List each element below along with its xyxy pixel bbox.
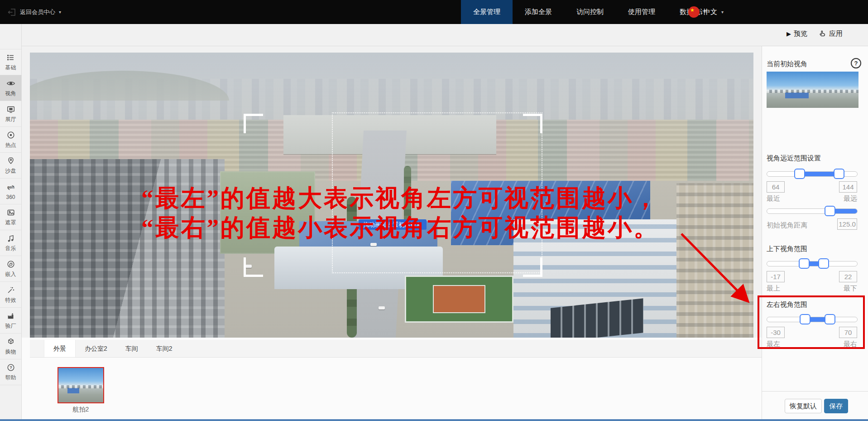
- horizontal-section-title: 左右视角范围: [767, 300, 807, 309]
- view-settings-panel: 当前初始视角 ? 视角远近范围设置 最近 最远 初始视角距离 上下视角范围: [762, 46, 868, 419]
- preview-label: 预览: [794, 29, 807, 38]
- sidebar-item-label: 换物: [5, 348, 16, 356]
- question-icon: ?: [6, 363, 15, 373]
- play-icon: ▶: [786, 30, 791, 37]
- china-flag-icon: ★: [688, 6, 700, 18]
- panorama-editor: 返回会员中心 ▾ 全景管理 添加全景 访问控制 使用管理 数据统计 ★ 中文 ▾…: [0, 0, 868, 421]
- scene-thumbnail-label: 航拍2: [58, 406, 104, 414]
- fov-range-slider[interactable]: [767, 171, 858, 177]
- scene-thumbnail-selected[interactable]: [58, 367, 104, 403]
- sidebar-item-label: 验厂: [5, 322, 16, 330]
- topbar: 返回会员中心 ▾ 全景管理 添加全景 访问控制 使用管理 数据统计 ★ 中文 ▾: [0, 0, 868, 24]
- current-view-image: [767, 72, 858, 108]
- back-label: 返回会员中心: [20, 8, 55, 16]
- slider-handle-max[interactable]: [818, 258, 829, 269]
- vertical-min-label: 最上: [767, 284, 780, 293]
- menu-item-access-control[interactable]: 访问控制: [564, 0, 616, 24]
- fov-max-input[interactable]: [839, 181, 857, 193]
- chevron-down-icon: ▾: [721, 10, 724, 15]
- fov-min-input[interactable]: [767, 181, 785, 193]
- sidebar-item-factory[interactable]: 验厂: [0, 308, 21, 334]
- horizontal-max-label: 最右: [844, 340, 857, 348]
- sidebar-item-embed[interactable]: 嵌入: [0, 256, 21, 282]
- slider-handle-min[interactable]: [799, 258, 810, 269]
- vertical-max-label: 最下: [844, 284, 857, 293]
- horizontal-min-input[interactable]: [767, 327, 785, 338]
- screen-icon: [6, 104, 15, 114]
- sidebar-item-hall[interactable]: 展厅: [0, 101, 21, 127]
- hand-pointer-icon: [818, 29, 826, 39]
- fov-max-label: 最远: [844, 194, 857, 203]
- vertical-range-slider[interactable]: [767, 261, 858, 266]
- fov-min-label: 最近: [767, 194, 780, 203]
- sidebar-item-effects[interactable]: 特效: [0, 282, 21, 308]
- wand-icon: [6, 285, 15, 295]
- sidebar-item-label: 基础: [5, 64, 16, 72]
- sidebar-item-label: 展厅: [5, 116, 16, 123]
- save-button[interactable]: 保存: [824, 399, 848, 413]
- help-icon[interactable]: ?: [851, 58, 861, 68]
- horizontal-range-slider[interactable]: [767, 317, 858, 322]
- initial-distance-slider[interactable]: [767, 208, 858, 214]
- sidebar-item-label: 沙盘: [5, 167, 16, 175]
- spiral-icon: [6, 259, 15, 269]
- tab-workshop[interactable]: 车间: [116, 340, 147, 357]
- slider-handle-max[interactable]: [825, 314, 835, 324]
- back-to-member-center[interactable]: 返回会员中心 ▾: [7, 0, 61, 24]
- music-icon: [6, 233, 15, 243]
- annotation-text-line2: “最右”的值越小表示视角右方可视范围越小。: [141, 216, 659, 240]
- panorama-canvas[interactable]: 拖动画面设置初始视角 “最左”的值越大表示视角左方可视范围越小， “最右”的值越…: [30, 53, 753, 338]
- rotate-360-icon: 360°: [6, 183, 15, 193]
- main-menu: 全景管理 添加全景 访问控制 使用管理 数据统计: [461, 0, 719, 24]
- slider-handle-min[interactable]: [794, 169, 805, 179]
- horizontal-max-input[interactable]: [839, 327, 857, 338]
- language-selector[interactable]: ★ 中文 ▾: [688, 0, 724, 24]
- preview-button[interactable]: ▶ 预览: [786, 29, 807, 38]
- panel-title: 当前初始视角: [767, 60, 807, 68]
- language-label: 中文: [704, 8, 717, 16]
- sidebar-item-hotspot[interactable]: 热点: [0, 127, 21, 153]
- sidebar-item-label: 帮助: [5, 374, 16, 382]
- slider-handle-min[interactable]: [800, 314, 810, 324]
- sidebar-item-view-angle[interactable]: 视角: [0, 75, 21, 101]
- slider-handle[interactable]: [825, 206, 835, 216]
- vertical-min-input[interactable]: [767, 271, 785, 282]
- sidebar-item-label: 热点: [5, 141, 16, 149]
- svg-text:?: ?: [10, 365, 12, 370]
- restore-default-button[interactable]: 恢复默认: [785, 399, 822, 413]
- slider-handle-max[interactable]: [834, 169, 844, 179]
- sidebar-item-sandbox[interactable]: 沙盘: [0, 153, 21, 179]
- scene-strip: 外景 办公室2 车间 车间2 航拍2: [22, 338, 762, 419]
- thumbnail-image: [58, 368, 103, 402]
- sidebar-item-label: 360: [6, 194, 15, 200]
- annotation-text-line1: “最左”的值越大表示视角左方可视范围越小，: [141, 186, 659, 210]
- tab-exterior[interactable]: 外景: [44, 340, 76, 357]
- scene-tabs: 外景 办公室2 车间 车间2: [30, 340, 762, 358]
- sidebar-item-basic[interactable]: 基础: [0, 49, 21, 75]
- sidebar: 基础 视角 展厅 热点: [0, 24, 22, 421]
- tab-office2[interactable]: 办公室2: [76, 340, 116, 357]
- pin-icon: [6, 156, 15, 166]
- sidebar-item-help[interactable]: ? 帮助: [0, 359, 21, 385]
- sidebar-item-label: 音乐: [5, 245, 16, 252]
- initial-distance-input[interactable]: [837, 218, 857, 230]
- sidebar-item-360[interactable]: 360° 360: [0, 179, 21, 204]
- actionbar: ▶ 预览 应用: [0, 24, 868, 46]
- menu-item-usage-manage[interactable]: 使用管理: [616, 0, 667, 24]
- initial-distance-label: 初始视角距离: [767, 221, 807, 230]
- tab-workshop2[interactable]: 车间2: [147, 340, 182, 357]
- sidebar-item-swap[interactable]: 换物: [0, 334, 21, 359]
- menu-item-panorama-manage[interactable]: 全景管理: [461, 0, 513, 24]
- vertical-section-title: 上下视角范围: [767, 245, 807, 253]
- sidebar-item-label: 视角: [5, 90, 16, 97]
- apply-button[interactable]: 应用: [818, 29, 843, 39]
- panel-footer: 恢复默认 保存: [762, 391, 868, 419]
- fov-section-title: 视角远近范围设置: [767, 154, 821, 163]
- vertical-max-input[interactable]: [839, 271, 857, 282]
- sidebar-item-mask[interactable]: 遮罩: [0, 204, 21, 230]
- window-bottom-edge: [0, 419, 868, 421]
- eye-icon: [6, 78, 15, 88]
- sidebar-item-music[interactable]: 音乐: [0, 230, 21, 256]
- menu-item-add-panorama[interactable]: 添加全景: [513, 0, 564, 24]
- current-view-preview: [767, 72, 858, 108]
